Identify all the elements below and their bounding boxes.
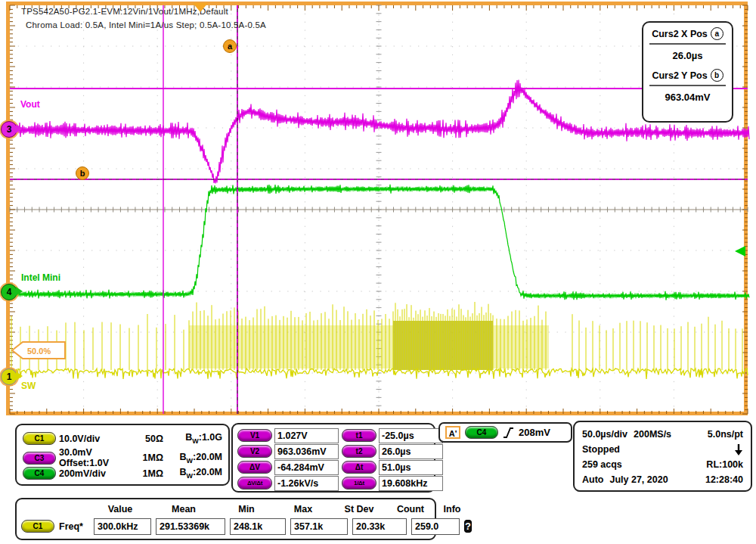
measurement-table[interactable]: Value Mean Min Max St Dev Count Info C1 …: [15, 498, 436, 540]
trace-label-sw: SW: [21, 381, 36, 391]
dt-pill[interactable]: Δt: [342, 461, 376, 474]
channel4-arrow-icon: [16, 287, 23, 296]
header-count: Count: [389, 504, 432, 514]
trace-label-vout: Vout: [20, 99, 40, 110]
trigger-position-icon[interactable]: [193, 3, 208, 12]
header-min: Min: [221, 504, 272, 514]
channel3-arrow-icon: [16, 124, 23, 133]
meas-source-pill[interactable]: C1: [21, 520, 54, 533]
rising-edge-icon: [503, 426, 514, 440]
curs2-x-value: 26.0µs: [649, 45, 726, 69]
timebase-panel[interactable]: 50.0µs/div 200MS/s 5.0ns/pt Stopped 259 …: [573, 421, 752, 492]
cursor-readout-panel[interactable]: Curs2 X Pos a 26.0µs Curs2 Y Pos b 963.0…: [642, 21, 733, 123]
meas-name: Freq*: [59, 521, 83, 532]
time-display: 12:28:40: [705, 474, 743, 485]
cursor-a-handle[interactable]: a: [223, 39, 237, 53]
curs2-x-label: Curs2 X Pos: [652, 29, 708, 39]
t2-pill[interactable]: t2: [342, 445, 376, 458]
curs2-y-value: 963.04mV: [649, 86, 726, 110]
single-seq-arrow-icon: [734, 443, 743, 456]
t1-value: -25.0µs: [379, 428, 443, 443]
dvdt-value: -1.26kV/s: [274, 476, 339, 491]
channel3-position-marker[interactable]: 3: [1, 121, 17, 138]
v2-value: 963.036mV: [274, 444, 339, 459]
v1-value: 1.027V: [274, 428, 339, 443]
sample-rate: 200MS/s: [634, 429, 671, 440]
voltage-cursor-group: V11.027V V2963.036mV ΔV-64.284mV ΔV/Δt-1…: [237, 428, 339, 487]
timebase-row4: Auto July 27, 2020 12:28:40: [582, 472, 743, 487]
dt-value: 51.0µs: [379, 460, 443, 475]
aux-trigger-badge: A': [445, 426, 460, 439]
c3-scale: 30.0mV Offset:1.0V: [59, 447, 124, 468]
cursor-b-badge-icon: b: [711, 69, 723, 82]
channel-row-c1: C1 10.0V/div 50Ω BW:1.0G: [23, 430, 222, 447]
header-value: Value: [94, 504, 147, 514]
meas-min: 248.1k: [230, 518, 286, 535]
trigger-level-value: 208mV: [519, 427, 550, 438]
meas-count: 259.0: [411, 518, 460, 535]
meas-max: 357.1k: [290, 518, 348, 535]
dv-value: -64.284mV: [274, 460, 339, 475]
timebase-row3: 259 acqs RL:100k: [582, 457, 743, 472]
trigger-mode: Auto: [582, 474, 603, 485]
meas-stdev: 20.33k: [352, 518, 407, 535]
c3-bandwidth: BW:20.0M: [163, 452, 222, 465]
trigger-settings-panel[interactable]: A' C4 208mV: [438, 422, 572, 443]
c1-channel-pill[interactable]: C1: [23, 432, 56, 445]
header-info: Info: [437, 504, 467, 514]
curs2-x-label-row: Curs2 X Pos a: [649, 27, 726, 45]
trace-label-intelmini: Intel Mini: [21, 272, 60, 283]
cursor-b-handle[interactable]: b: [76, 166, 89, 180]
timebase-row1: 50.0µs/div 200MS/s 5.0ns/pt: [582, 427, 743, 442]
c4-channel-pill[interactable]: C4: [23, 467, 56, 480]
measurement-row-freq: C1 Freq* 300.0kHz 291.53369k 248.1k 357.…: [21, 517, 430, 536]
trigger-level-arrow-icon[interactable]: [735, 246, 745, 256]
scope-screen: TPS542A50-PG2.1-EVM:12Vin/1Vout/1MHz,Def…: [0, 0, 756, 418]
cursor-values-panel[interactable]: V11.027V V2963.036mV ΔV-64.284mV ΔV/Δt-1…: [231, 423, 435, 493]
time-cursor-group: t1-25.0µs t226.0µs Δt51.0µs 1/Δt19.608kH…: [342, 428, 443, 487]
trigger-50pct-label: 50.0%: [27, 347, 51, 356]
acquisition-state: Stopped: [582, 444, 620, 455]
c4-scale: 200mV/div: [59, 468, 124, 479]
inv-dt-pill[interactable]: 1/Δt: [342, 477, 376, 490]
oscilloscope-screenshot: TPS542A50-PG2.1-EVM:12Vin/1Vout/1MHz,Def…: [0, 0, 756, 544]
v2-pill[interactable]: V2: [237, 445, 272, 458]
dvdt-pill[interactable]: ΔV/Δt: [237, 477, 272, 490]
acquisition-count: 259 acqs: [582, 459, 622, 470]
v1-pill[interactable]: V1: [237, 429, 272, 442]
header-mean: Mean: [151, 504, 216, 514]
curs2-y-label-row: Curs2 Y Pos b: [649, 69, 726, 86]
header-max: Max: [277, 504, 330, 514]
meas-value: 300.0kHz: [94, 518, 151, 535]
trigger-50pct-flag[interactable]: 50.0%: [11, 340, 68, 361]
sample-resolution: 5.0ns/pt: [708, 429, 743, 440]
c4-impedance: 1MΩ: [124, 468, 163, 479]
channel-row-c3: C3 30.0mV Offset:1.0V 1MΩ BW:20.0M: [23, 447, 222, 465]
date-display: July 27, 2020: [609, 474, 668, 485]
curs2-y-label: Curs2 Y Pos: [652, 70, 707, 81]
trigger-source-pill[interactable]: C4: [465, 426, 498, 439]
info-icon[interactable]: ?: [464, 520, 472, 533]
c3-channel-pill[interactable]: C3: [23, 452, 56, 465]
cursor-a-badge-icon: a: [711, 27, 723, 40]
channel-settings-panel[interactable]: C1 10.0V/div 50Ω BW:1.0G C3 30.0mV Offse…: [15, 424, 230, 486]
c1-impedance: 50Ω: [124, 434, 163, 444]
channel4-position-marker[interactable]: 4: [1, 284, 17, 300]
channel1-position-marker[interactable]: 1: [1, 368, 17, 385]
c1-bandwidth: BW:1.0G: [163, 432, 222, 445]
t1-pill[interactable]: t1: [342, 429, 376, 442]
meas-mean: 291.53369k: [156, 518, 225, 535]
dv-pill[interactable]: ΔV: [237, 461, 272, 474]
setup-title-line2: Chroma Load: 0.5A, Intel Mini=1A/us Step…: [26, 20, 266, 30]
measurement-header-row: Value Mean Min Max St Dev Count Info: [21, 502, 430, 517]
inv-dt-value: 19.608kHz: [379, 476, 443, 491]
c1-scale: 10.0V/div: [59, 434, 124, 444]
timebase-row2: Stopped: [582, 442, 743, 457]
t2-value: 26.0µs: [379, 444, 443, 459]
header-stdev: St Dev: [334, 504, 384, 514]
timebase-scale: 50.0µs/div: [582, 429, 627, 440]
channel1-arrow-icon: [16, 371, 23, 381]
c4-bandwidth: BW:20.0M: [163, 467, 222, 480]
record-length: RL:100k: [706, 459, 743, 470]
c3-impedance: 1MΩ: [124, 452, 163, 463]
